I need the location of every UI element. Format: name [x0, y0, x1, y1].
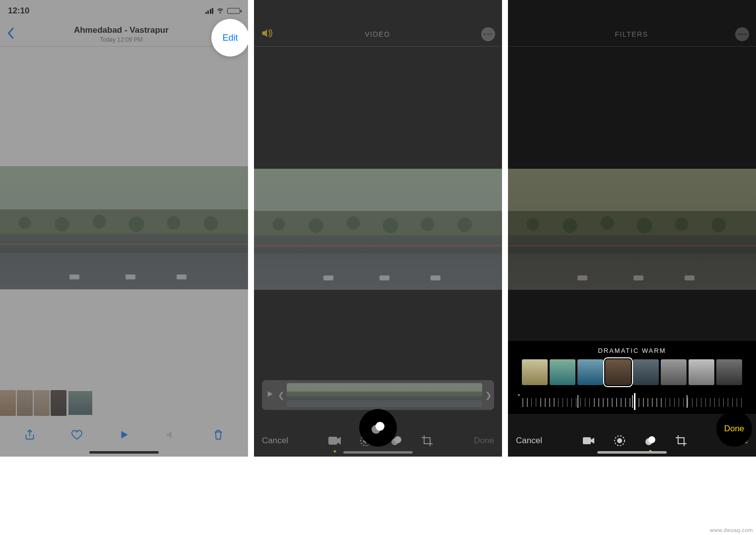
- editor-nav-bar: VIDEO: [254, 22, 502, 47]
- filter-intensity-slider[interactable]: [513, 391, 751, 409]
- back-button[interactable]: [6, 27, 15, 41]
- video-tab[interactable]: [581, 433, 597, 449]
- watermark: www.deuaq.com: [710, 527, 753, 533]
- thumbnail[interactable]: [0, 390, 16, 416]
- svg-point-11: [648, 436, 655, 443]
- crop-tab[interactable]: [673, 433, 689, 449]
- status-time: 12:10: [8, 6, 29, 16]
- filter-panel: DRAMATIC WARM: [508, 341, 756, 414]
- favorite-button[interactable]: [70, 428, 84, 442]
- filter-option[interactable]: [689, 359, 714, 385]
- thumbnail[interactable]: [51, 390, 66, 416]
- done-button-label: Done: [724, 424, 745, 434]
- trim-timeline[interactable]: ❮ ❯: [262, 380, 494, 410]
- timestamp-subtitle: Today 12:09 PM: [74, 36, 169, 43]
- share-button[interactable]: [23, 428, 37, 442]
- delete-button[interactable]: [211, 428, 225, 442]
- video-preview[interactable]: [254, 169, 502, 290]
- trim-handle-left[interactable]: ❮: [278, 383, 284, 407]
- edit-mode-tabs: [581, 433, 689, 449]
- svg-point-4: [394, 436, 401, 443]
- filter-option[interactable]: [577, 359, 603, 385]
- done-button-highlight[interactable]: Done: [716, 411, 752, 447]
- play-button[interactable]: [117, 428, 131, 442]
- active-dot-icon: [334, 450, 336, 453]
- editor-title: FILTERS: [615, 30, 648, 38]
- location-title: Ahmedabad - Vastrapur: [74, 25, 169, 35]
- video-preview[interactable]: [0, 166, 248, 289]
- screenshot-photos-detail: 12:10 Ahmedabad - Vastrapur Today 12:09 …: [0, 0, 248, 457]
- editor-nav-bar: FILTERS: [508, 22, 756, 47]
- timeline-play-button[interactable]: [265, 389, 275, 401]
- filter-option[interactable]: [716, 359, 742, 385]
- nav-title-group: Ahmedabad - Vastrapur Today 12:09 PM: [74, 25, 169, 43]
- timeline-frames[interactable]: [287, 383, 482, 407]
- editor-title: VIDEO: [365, 30, 390, 38]
- filters-tab[interactable]: [642, 433, 658, 449]
- screenshot-filters-edit: FILTERS DRAMATIC WARM: [508, 0, 756, 457]
- slider-min-dot-icon: [518, 394, 520, 396]
- more-options-button[interactable]: [735, 27, 749, 41]
- edit-button-label: Edit: [222, 33, 238, 43]
- nav-bar: Ahmedabad - Vastrapur Today 12:09 PM Edi…: [0, 22, 248, 47]
- filter-option[interactable]: [522, 359, 548, 385]
- selected-filter-name: DRAMATIC WARM: [508, 341, 756, 358]
- home-indicator[interactable]: [89, 451, 159, 454]
- svg-rect-0: [329, 437, 337, 444]
- video-preview[interactable]: [508, 169, 756, 290]
- filter-option[interactable]: [633, 359, 659, 385]
- status-icons: [205, 6, 241, 16]
- mute-button[interactable]: [164, 428, 178, 442]
- thumbnail[interactable]: [34, 390, 50, 416]
- slider-cursor[interactable]: [634, 393, 635, 410]
- done-button[interactable]: Done: [474, 436, 494, 446]
- screenshot-video-edit: VIDEO ❮ ❯ Cancel: [254, 0, 502, 457]
- filters-tab-highlight[interactable]: [359, 409, 397, 447]
- home-indicator[interactable]: [597, 451, 667, 454]
- filter-option-selected[interactable]: [605, 359, 631, 385]
- edit-button-highlight[interactable]: Edit: [211, 19, 248, 57]
- cellular-signal-icon: [205, 8, 214, 14]
- svg-point-9: [618, 439, 622, 443]
- wifi-icon: [216, 6, 224, 16]
- adjust-tab[interactable]: [612, 433, 628, 449]
- crop-tab[interactable]: [419, 433, 435, 449]
- thumbnail[interactable]: [17, 390, 33, 416]
- trim-handle-right[interactable]: ❯: [485, 383, 491, 407]
- home-indicator[interactable]: [343, 451, 413, 454]
- thumbnail-selected[interactable]: [67, 390, 93, 416]
- battery-icon: [227, 8, 240, 14]
- status-bar: 12:10: [0, 0, 248, 22]
- filter-option[interactable]: [550, 359, 575, 385]
- filter-option[interactable]: [661, 359, 687, 385]
- cancel-button[interactable]: Cancel: [516, 436, 542, 446]
- svg-rect-7: [583, 437, 591, 444]
- video-tab[interactable]: [327, 433, 343, 449]
- bottom-toolbar: [0, 422, 248, 448]
- thumbnail-strip[interactable]: [0, 390, 93, 416]
- svg-point-6: [376, 422, 384, 431]
- more-options-button[interactable]: [481, 27, 495, 41]
- filter-thumbnails[interactable]: [508, 358, 756, 386]
- sound-toggle-button[interactable]: [261, 28, 274, 41]
- cancel-button[interactable]: Cancel: [262, 436, 288, 446]
